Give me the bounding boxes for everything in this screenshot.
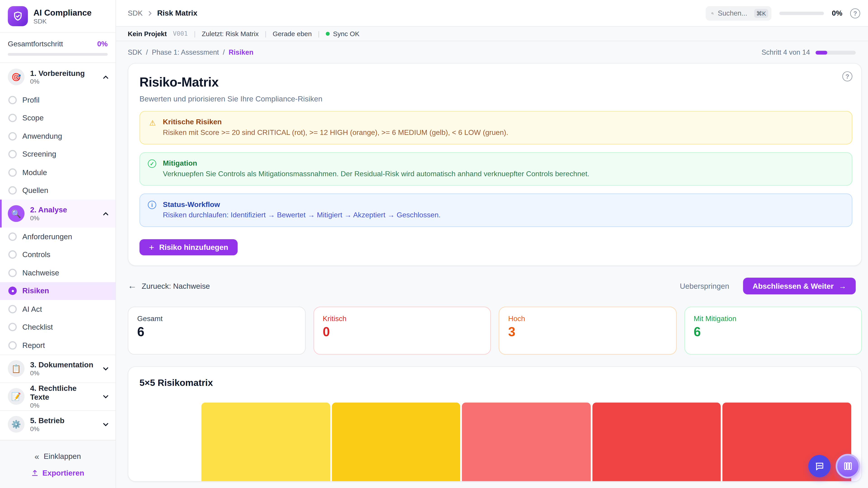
risk-matrix-grid	[202, 402, 851, 482]
page-breadcrumb-phase[interactable]: Phase 1: Assessment	[152, 48, 219, 57]
topbar: SDK Risk Matrix ⌘K 0% ?	[116, 0, 868, 27]
sidebar-section-analyse[interactable]: 🔍 2. Analyse 0%	[0, 199, 116, 227]
overall-progress-label: Gesamtfortschritt	[8, 39, 63, 48]
sidebar-item-ai-act[interactable]: AI Act	[0, 300, 116, 318]
upload-icon	[31, 469, 38, 477]
wizard-nav-row: ← Zurueck: Nachweise Ueberspringen Absch…	[128, 278, 862, 294]
chevron-up-icon	[103, 74, 109, 80]
back-link[interactable]: ← Zurueck: Nachweise	[128, 281, 210, 291]
main-area: SDK Risk Matrix ⌘K 0% ? Kein Projekt V00…	[116, 0, 868, 488]
radio-icon	[8, 305, 17, 313]
radio-icon	[8, 323, 17, 331]
arrow-right-icon: →	[839, 282, 846, 290]
sidebar-section-vorbereitung[interactable]: 🎯 1. Vorbereitung 0%	[0, 63, 116, 91]
search-box[interactable]: ⌘K	[706, 6, 772, 20]
chat-button[interactable]	[808, 455, 831, 477]
warning-triangle-icon: ⚠	[148, 118, 157, 136]
matrix-cell[interactable]	[332, 402, 460, 482]
sidebar-item-anforderungen[interactable]: Anforderungen	[0, 228, 116, 246]
breadcrumb-root[interactable]: SDK	[128, 9, 143, 17]
floating-buttons	[808, 454, 860, 479]
chevron-up-icon	[103, 210, 109, 217]
breadcrumb-current: Risk Matrix	[157, 9, 197, 17]
info-circle-icon: i	[148, 201, 156, 209]
matrix-cell[interactable]	[592, 402, 721, 482]
section-title: 2. Analyse	[30, 205, 97, 215]
sidebar-item-profil[interactable]: Profil	[0, 91, 116, 109]
overall-progress-bar	[8, 53, 108, 56]
step-progress-bar	[815, 51, 856, 54]
kanban-board-button[interactable]	[836, 454, 860, 479]
radio-icon	[8, 186, 17, 195]
sidebar-section-rechtliche-texte[interactable]: 📝 4. Rechtliche Texte 0%	[0, 382, 116, 410]
sidebar-item-nachweise[interactable]: Nachweise	[0, 264, 116, 282]
sidebar-item-scope[interactable]: Scope	[0, 109, 116, 127]
card-help-icon[interactable]: ?	[842, 71, 852, 81]
page-breadcrumb: SDK / Phase 1: Assessment / Risiken	[128, 48, 253, 57]
page-content: SDK / Phase 1: Assessment / Risiken Schr…	[116, 41, 868, 488]
magnifier-emoji-icon: 🔍	[8, 205, 25, 222]
double-chevron-left-icon: «	[35, 451, 39, 461]
risk-matrix-card: ? Risiko-Matrix Bewerten und priorisiere…	[128, 63, 862, 266]
chevron-down-icon	[103, 421, 109, 427]
collapse-sidebar-button[interactable]: « Einklappen	[35, 451, 81, 461]
sidebar-item-screening[interactable]: Screening	[0, 145, 116, 163]
export-button[interactable]: Exportieren	[31, 468, 84, 477]
radio-icon	[8, 150, 17, 158]
stats-row: Gesamt 6 Kritisch 0 Hoch 3 Mit Mitigatio…	[128, 306, 862, 355]
check-circle-icon: ✓	[148, 160, 156, 168]
overall-progress-value: 0%	[97, 39, 107, 48]
page-subtitle: Bewerten und priorisieren Sie Ihre Compl…	[140, 95, 852, 103]
sync-ok-dot-icon	[326, 32, 330, 36]
kanban-board-icon	[843, 461, 853, 471]
section-percent: 0%	[30, 78, 97, 85]
breadcrumb: SDK Risk Matrix	[128, 9, 197, 17]
section-title: 1. Vorbereitung	[30, 69, 97, 78]
step-label: Schritt 4 von 14	[762, 48, 810, 57]
sidebar-item-module[interactable]: Module	[0, 163, 116, 182]
status-workflow-info-box: i Status-Workflow Risiken durchlaufen: I…	[140, 193, 852, 227]
sidebar-item-report[interactable]: Report	[0, 336, 116, 354]
radio-icon	[8, 269, 17, 277]
section-percent: 0%	[30, 215, 97, 221]
shield-logo-icon	[8, 6, 28, 26]
sidebar-item-risiken[interactable]: Risiken	[0, 282, 116, 300]
radio-icon	[8, 132, 17, 140]
risk-matrix-grid-card: 5×5 Risikomatrix	[128, 366, 862, 482]
sidebar-item-anwendung[interactable]: Anwendung	[0, 127, 116, 145]
matrix-cell[interactable]	[202, 402, 330, 482]
search-icon	[711, 10, 714, 17]
search-input[interactable]	[718, 9, 750, 17]
app-window: AI Compliance SDK Gesamtfortschritt 0% 🎯…	[0, 0, 868, 488]
radio-icon	[8, 251, 17, 259]
stat-card-mit-mitigation: Mit Mitigation 6	[684, 306, 862, 355]
finish-next-button[interactable]: Abschliessen & Weiter →	[743, 278, 856, 294]
app-subtitle: SDK	[33, 18, 92, 24]
mitigation-info-box: ✓ Mitigation Verknuepfen Sie Controls al…	[140, 152, 852, 186]
last-page-label: Zuletzt: Risk Matrix	[202, 30, 259, 38]
help-icon[interactable]: ?	[850, 8, 860, 18]
last-saved-time: Gerade eben	[273, 30, 312, 38]
radio-icon	[8, 168, 17, 177]
radio-selected-icon	[8, 287, 17, 295]
add-risk-button[interactable]: + Risiko hinzufuegen	[140, 239, 238, 256]
sidebar-item-quellen[interactable]: Quellen	[0, 182, 116, 199]
skip-button[interactable]: Ueberspringen	[680, 282, 729, 290]
plus-icon: +	[149, 242, 154, 252]
sidebar-section-betrieb[interactable]: ⚙️ 5. Betrieb 0%	[0, 410, 116, 438]
sidebar-item-checklist[interactable]: Checklist	[0, 318, 116, 336]
page-breadcrumb-root[interactable]: SDK	[128, 48, 142, 57]
matrix-title: 5×5 Risikomatrix	[140, 378, 851, 388]
header-progress-bar	[779, 11, 824, 15]
sidebar-section-dokumentation[interactable]: 📋 3. Dokumentation 0%	[0, 354, 116, 382]
stat-card-hoch: Hoch 3	[499, 306, 676, 355]
matrix-cell[interactable]	[462, 402, 591, 482]
app-logo-row: AI Compliance SDK	[0, 0, 116, 33]
status-bar: Kein Projekt V001 | Zuletzt: Risk Matrix…	[116, 27, 868, 41]
app-title: AI Compliance	[33, 8, 92, 18]
sidebar-footer: « Einklappen Exportieren	[0, 440, 116, 488]
sidebar-item-controls[interactable]: Controls	[0, 246, 116, 264]
sync-status: Sync OK	[326, 30, 360, 38]
radio-icon	[8, 341, 17, 350]
radio-icon	[8, 96, 17, 104]
